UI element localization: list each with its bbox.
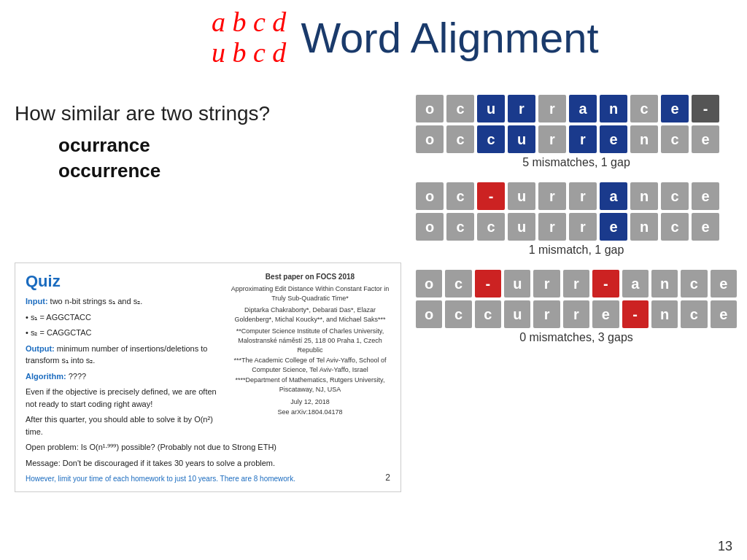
quiz-para2: After this quarter, you should able to s… bbox=[26, 413, 390, 438]
letter-row-2-1: oc-urrance bbox=[416, 182, 737, 210]
letter-cell-1-1-3: r bbox=[508, 95, 535, 122]
letter-cell-1-2-6: e bbox=[600, 125, 627, 153]
letter-cell-1-2-4: r bbox=[538, 125, 566, 153]
paper-title: Best paper on FOCS 2018 bbox=[230, 272, 390, 282]
letter-cell-1-1-2: u bbox=[477, 95, 505, 122]
paper-affil3: ****Department of Mathematics, Rutgers U… bbox=[230, 376, 390, 394]
paper-subtitle: Approximating Edit Distance Within Const… bbox=[230, 284, 390, 303]
letter-cell-2-2-9: e bbox=[692, 213, 719, 241]
quiz-para5: However, limit your time of each homewor… bbox=[26, 475, 295, 483]
alignment-group-2: oc-urranceoccurrence1 mismatch, 1 gap bbox=[416, 182, 737, 257]
letter-cell-1-2-3: u bbox=[508, 125, 535, 153]
letter-cell-2-2-4: r bbox=[538, 213, 566, 241]
algo-label: Algorithm: bbox=[26, 372, 66, 381]
letter-cell-2-2-1: c bbox=[446, 213, 474, 241]
letter-cell-1-2-5: r bbox=[569, 125, 597, 153]
algo-text: ???? bbox=[69, 372, 86, 381]
similarity-question: How similar are two strings? bbox=[15, 102, 401, 125]
letter-cell-3-1-0: o bbox=[416, 270, 442, 298]
alignment-group-3: oc-urr-anceoccurre-nce0 mismatches, 3 ga… bbox=[416, 270, 737, 344]
letter-cell-2-2-8: c bbox=[661, 213, 689, 241]
letter-cell-3-1-7: a bbox=[622, 270, 649, 298]
input-text: two n-bit strings s₁ and s₂. bbox=[50, 297, 143, 306]
quiz-box: Best paper on FOCS 2018 Approximating Ed… bbox=[15, 262, 401, 492]
letter-cell-1-1-8: e bbox=[661, 95, 689, 122]
letter-cell-3-2-0: o bbox=[416, 300, 442, 328]
word2: occurrence bbox=[58, 160, 401, 182]
letter-cell-3-1-2: - bbox=[475, 270, 501, 298]
letter-cell-3-2-2: c bbox=[475, 300, 501, 328]
letter-row-3-2: occurre-nce bbox=[416, 300, 737, 328]
handwriting-logo: a b c d u b c d bbox=[212, 7, 286, 69]
paper-date: July 12, 2018 bbox=[230, 397, 390, 407]
letter-row-1-2: occurrence bbox=[416, 125, 737, 153]
letter-cell-3-2-10: e bbox=[711, 300, 737, 328]
bullet2-text: s₂ = CAGGCTAC bbox=[31, 328, 92, 337]
letter-cell-2-1-5: r bbox=[569, 182, 597, 210]
letter-cell-2-1-0: o bbox=[416, 182, 444, 210]
letter-cell-2-1-9: e bbox=[692, 182, 719, 210]
right-panel: ocurrance-occurrence5 mismatches, 1 gapo… bbox=[416, 95, 737, 357]
letter-cell-3-1-5: r bbox=[563, 270, 589, 298]
letter-cell-3-2-4: r bbox=[533, 300, 560, 328]
letter-cell-1-1-7: c bbox=[630, 95, 658, 122]
letter-row-1-1: ocurrance- bbox=[416, 95, 737, 122]
letter-cell-2-2-2: c bbox=[477, 213, 505, 241]
align-label-2: 1 mismatch, 1 gap bbox=[416, 244, 737, 257]
letter-cell-2-1-4: r bbox=[538, 182, 566, 210]
bullet1-text: s₁ = AGGCTACC bbox=[31, 313, 91, 322]
letter-cell-3-1-8: n bbox=[651, 270, 678, 298]
letter-cell-2-2-3: u bbox=[508, 213, 535, 241]
letter-cell-3-1-4: r bbox=[533, 270, 560, 298]
letter-cell-3-2-6: e bbox=[592, 300, 619, 328]
letter-row-2-2: occurrence bbox=[416, 213, 737, 241]
letter-cell-3-2-3: u bbox=[504, 300, 530, 328]
paper-affil1: **Computer Science Institute of Charles … bbox=[230, 327, 390, 354]
letter-cell-1-1-1: c bbox=[446, 95, 474, 122]
letter-cell-2-2-7: n bbox=[630, 213, 658, 241]
letter-cell-1-2-9: e bbox=[692, 125, 719, 153]
input-label: Input: bbox=[26, 297, 48, 306]
letter-cell-1-2-7: n bbox=[630, 125, 658, 153]
letter-cell-2-1-8: c bbox=[661, 182, 689, 210]
letter-cell-3-2-7: - bbox=[622, 300, 649, 328]
letter-cell-3-2-5: r bbox=[563, 300, 589, 328]
letter-cell-3-1-6: - bbox=[592, 270, 619, 298]
quiz-paper-box: Best paper on FOCS 2018 Approximating Ed… bbox=[230, 272, 390, 417]
align-label-1: 5 mismatches, 1 gap bbox=[416, 156, 737, 169]
letter-cell-1-2-1: c bbox=[446, 125, 474, 153]
left-panel: How similar are two strings? ocurrance o… bbox=[15, 102, 401, 185]
letter-cell-2-2-6: e bbox=[600, 213, 627, 241]
letter-cell-3-1-1: c bbox=[445, 270, 471, 298]
letter-cell-3-2-8: n bbox=[651, 300, 678, 328]
letter-cell-3-1-9: c bbox=[681, 270, 707, 298]
letter-cell-2-1-3: u bbox=[508, 182, 535, 210]
page-title: Word Alignment bbox=[301, 13, 598, 62]
letter-cell-1-1-5: a bbox=[569, 95, 597, 122]
letter-cell-1-2-8: c bbox=[661, 125, 689, 153]
letter-cell-3-1-10: e bbox=[711, 270, 737, 298]
paper-authors: Diptarka Chakraborty*, Debarati Das*, El… bbox=[230, 306, 390, 324]
letter-cell-2-1-1: c bbox=[446, 182, 474, 210]
letter-cell-2-1-2: - bbox=[477, 182, 505, 210]
letter-cell-2-2-0: o bbox=[416, 213, 444, 241]
letter-cell-2-1-6: a bbox=[600, 182, 627, 210]
page-number: 13 bbox=[718, 539, 732, 554]
letter-cell-1-1-4: r bbox=[538, 95, 566, 122]
alignment-group-1: ocurrance-occurrence5 mismatches, 1 gap bbox=[416, 95, 737, 169]
align-label-3: 0 mismatches, 3 gaps bbox=[416, 331, 737, 344]
letter-cell-3-2-1: c bbox=[445, 300, 471, 328]
quiz-page-num-right: 2 bbox=[385, 472, 390, 483]
letter-cell-2-2-5: r bbox=[569, 213, 597, 241]
letter-cell-1-1-6: n bbox=[600, 95, 627, 122]
letter-cell-1-1-9: - bbox=[692, 95, 719, 122]
paper-arxiv: See arXiv:1804.04178 bbox=[230, 408, 390, 417]
paper-affil2: ***The Academic College of Tel Aviv-Yaff… bbox=[230, 356, 390, 374]
letter-cell-3-2-9: c bbox=[681, 300, 707, 328]
letter-cell-2-1-7: n bbox=[630, 182, 658, 210]
output-label: Output: bbox=[26, 344, 55, 353]
word1: ocurrance bbox=[58, 134, 401, 157]
quiz-para3: Open problem: Is O(n¹·⁹⁹⁹) possible? (Pr… bbox=[26, 441, 390, 454]
quiz-para4: Message: Don't be discouraged if it take… bbox=[26, 457, 390, 470]
letter-cell-1-2-2: c bbox=[477, 125, 505, 153]
